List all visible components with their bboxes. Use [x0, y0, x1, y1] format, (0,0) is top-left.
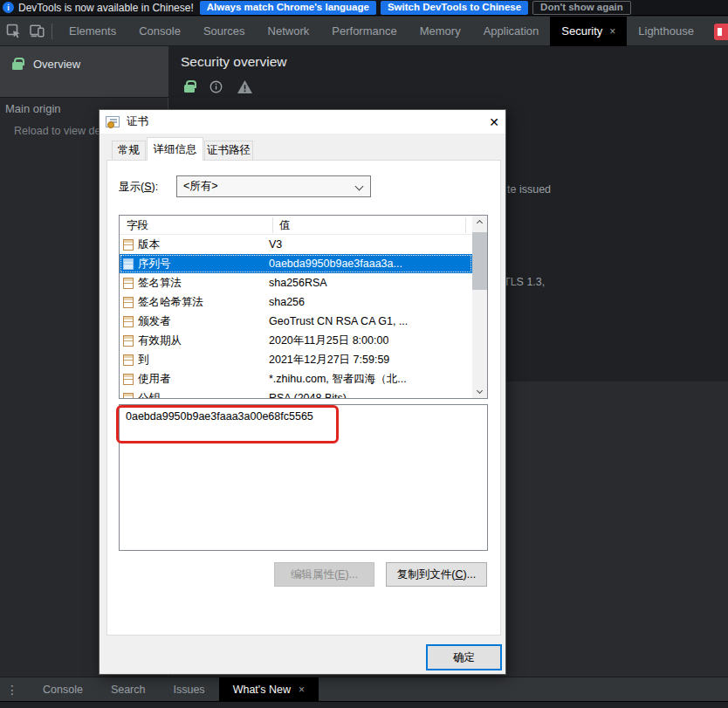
- field-detail-box[interactable]: 0aebda9950b9ae3faaa3a00e68fc5565: [119, 404, 488, 551]
- scroll-up-icon[interactable]: [472, 216, 487, 230]
- error-count-badge[interactable]: [714, 24, 728, 40]
- table-row[interactable]: 到2021年12月27日 7:59:59: [120, 350, 472, 369]
- drawer-content-strip: [0, 701, 728, 708]
- table-row[interactable]: 公钥RSA (2048 Bits): [120, 388, 472, 399]
- drawer-tab-label: What's New: [233, 677, 291, 702]
- ok-button[interactable]: 确定: [426, 644, 502, 670]
- certificate-issued-text: te issued: [507, 183, 551, 196]
- field-icon: [123, 393, 134, 400]
- sidebar-item-label: Overview: [33, 58, 80, 71]
- show-label-pre: 显示(: [119, 181, 144, 193]
- drawer-tab-console[interactable]: Console: [29, 677, 97, 702]
- infobar-message: DevTools is now available in Chinese!: [18, 2, 194, 14]
- edit-properties-button: 编辑属性(E)...: [274, 562, 374, 587]
- dialog-title: 证书: [127, 114, 148, 129]
- show-field-label: 显示(S):: [119, 180, 158, 195]
- tab-application[interactable]: Application: [472, 17, 551, 46]
- tab-certification-path[interactable]: 证书路径: [204, 141, 253, 161]
- scroll-down-icon[interactable]: [472, 383, 487, 398]
- scrollbar-thumb[interactable]: [472, 232, 487, 290]
- show-label-post: ):: [152, 181, 159, 193]
- drawer-tab-search[interactable]: Search: [97, 677, 160, 702]
- reload-hint: Reload to view det: [14, 125, 104, 137]
- tab-lighthouse[interactable]: Lighthouse: [627, 17, 705, 46]
- close-tab-icon[interactable]: ×: [609, 25, 615, 38]
- secure-lock-icon: [184, 85, 195, 93]
- main-origin-label: Main origin: [5, 102, 61, 115]
- tab-console[interactable]: Console: [127, 17, 192, 46]
- serial-number-value: 0aebda9950b9ae3faaa3a00e68fc5565: [126, 410, 313, 423]
- column-divider: [465, 217, 466, 233]
- tab-general[interactable]: 常规: [112, 141, 146, 161]
- column-value: 值: [279, 218, 291, 233]
- drawer-bar: ⋮ Console Search Issues What's New ×: [0, 677, 728, 701]
- table-row[interactable]: 有效期从2020年11月25日 8:00:00: [120, 331, 472, 350]
- page-title: Security overview: [181, 54, 286, 70]
- dialog-titlebar[interactable]: 证书: [100, 110, 505, 134]
- security-status-icons: [184, 80, 252, 93]
- field-icon: [123, 297, 134, 308]
- language-infobar: i DevTools is now available in Chinese! …: [0, 0, 728, 16]
- device-toolbar-icon[interactable]: [26, 20, 47, 43]
- copy-to-file-button[interactable]: 复制到文件(C)...: [386, 562, 487, 587]
- dialog-close-button[interactable]: ✕: [481, 110, 507, 134]
- warning-triangle-icon: [237, 80, 252, 93]
- close-tab-icon[interactable]: ×: [299, 684, 305, 696]
- field-icon: [123, 258, 134, 270]
- table-row[interactable]: 使用者*.zhihu.com, 智者四海（北...: [120, 369, 472, 388]
- field-icon: [123, 316, 134, 327]
- certificate-dialog: 证书 ✕ 常规 详细信息 证书路径 显示(S): <所有> 字段 值 版本V3 …: [99, 109, 506, 675]
- inspect-element-icon[interactable]: [3, 20, 24, 43]
- info-circle-icon: [209, 80, 223, 93]
- field-icon: [123, 335, 134, 347]
- tab-sources[interactable]: Sources: [192, 17, 257, 46]
- dont-show-again-button[interactable]: Don't show again: [532, 1, 631, 15]
- show-dropdown[interactable]: <所有>: [176, 175, 371, 197]
- toolbar-divider: [52, 24, 52, 39]
- devtools-toolbar: Elements Console Sources Network Perform…: [0, 17, 728, 46]
- field-icon: [123, 278, 134, 289]
- tab-security-label: Security: [561, 17, 602, 46]
- table-row[interactable]: 签名算法sha256RSA: [120, 273, 472, 292]
- list-header: 字段 值: [120, 216, 487, 235]
- chevron-down-icon: [355, 182, 364, 191]
- switch-to-chinese-button[interactable]: Switch DevTools to Chinese: [381, 1, 528, 15]
- list-rows: 版本V3 序列号0aebda9950b9ae3faaa3a... 签名算法sha…: [120, 235, 472, 399]
- tab-elements[interactable]: Elements: [58, 17, 127, 46]
- column-field: 字段: [127, 218, 148, 233]
- show-label-key: S: [144, 181, 151, 193]
- field-icon: [123, 354, 134, 366]
- table-row[interactable]: 版本V3: [120, 235, 472, 254]
- certificate-icon: [106, 116, 120, 127]
- tab-details[interactable]: 详细信息: [147, 137, 203, 161]
- tab-security[interactable]: Security ×: [550, 17, 627, 46]
- table-row[interactable]: 签名哈希算法sha256: [120, 292, 472, 312]
- table-row-selected[interactable]: 序列号0aebda9950b9ae3faaa3a...: [120, 254, 472, 273]
- tab-memory[interactable]: Memory: [409, 17, 472, 46]
- kebab-menu-icon[interactable]: ⋮: [0, 683, 29, 697]
- tls-version-text: TLS 1.3,: [504, 276, 545, 288]
- list-scrollbar[interactable]: [472, 216, 487, 398]
- always-match-language-button[interactable]: Always match Chrome's language: [200, 1, 376, 15]
- sidebar-item-overview[interactable]: Overview: [0, 46, 168, 98]
- show-dropdown-value: <所有>: [183, 179, 218, 194]
- tab-network[interactable]: Network: [257, 17, 321, 46]
- field-icon: [123, 374, 134, 385]
- info-icon: i: [3, 2, 14, 13]
- field-icon: [123, 239, 134, 251]
- table-row[interactable]: 颁发者GeoTrust CN RSA CA G1, ...: [120, 312, 472, 331]
- drawer-tab-whats-new[interactable]: What's New ×: [219, 677, 319, 702]
- column-divider: [272, 217, 273, 233]
- drawer-tab-issues[interactable]: Issues: [159, 677, 218, 702]
- certificate-fields-list[interactable]: 字段 值 版本V3 序列号0aebda9950b9ae3faaa3a... 签名…: [119, 215, 488, 399]
- secure-lock-icon: [12, 62, 23, 70]
- tab-performance[interactable]: Performance: [320, 17, 408, 46]
